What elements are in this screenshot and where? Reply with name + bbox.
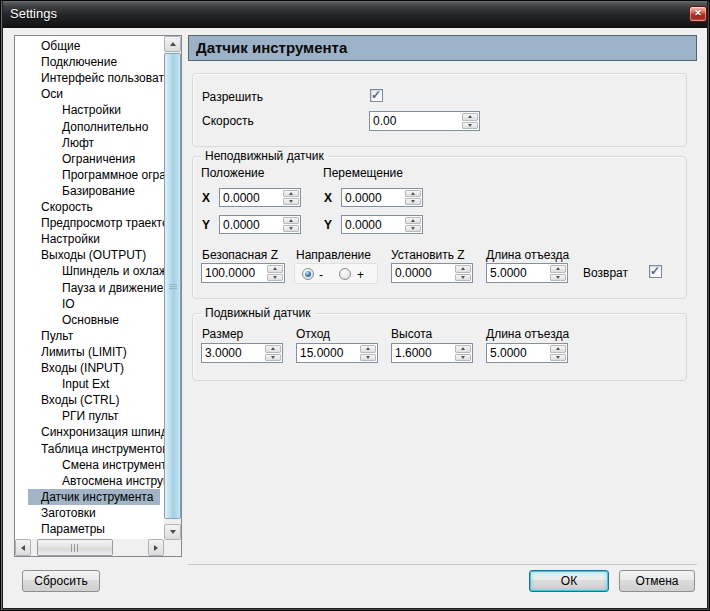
scroll-right-button[interactable] [148,539,164,556]
position-x-label: X [202,191,210,205]
spin-up-button[interactable] [405,190,421,197]
tree-item[interactable]: Датчик инструмента [15,489,164,505]
spin-up-button[interactable] [550,265,566,273]
cancel-button[interactable]: Отмена [619,570,695,592]
tree-item[interactable]: Настройки [15,231,164,247]
close-button[interactable]: ✕ [689,6,707,22]
tree-vertical-scrollbar[interactable] [164,36,181,540]
safe-z-value[interactable]: 100.0000 [202,264,266,282]
direction-minus-radio[interactable] [302,268,314,280]
tree-item[interactable]: Пульт [15,328,164,344]
spin-up-button[interactable] [455,265,471,273]
tree-item[interactable]: Шпиндель и охлажд [15,263,164,279]
size-value[interactable]: 3.0000 [202,344,264,362]
movement-x-value[interactable]: 0.0000 [342,189,404,206]
spin-down-button[interactable] [405,198,421,205]
speed-value[interactable]: 0.00 [370,112,461,130]
movement-y-spinner[interactable]: 0.0000 [341,215,423,234]
size-spinner[interactable]: 3.0000 [201,343,283,363]
position-y-value[interactable]: 0.0000 [220,216,282,233]
tree-item[interactable]: Входы (CTRL) [15,392,164,408]
mobile-retract-spinner[interactable]: 5.0000 [486,343,568,363]
height-value[interactable]: 1.6000 [392,344,454,362]
spin-down-button[interactable] [283,198,299,205]
tree-horizontal-scrollbar[interactable] [15,539,164,556]
spin-down-button[interactable] [455,274,471,282]
tree-item[interactable]: Синхронизация шпинде [15,424,164,440]
tree-item[interactable]: Основные [15,312,164,328]
tree-item[interactable]: РГИ пульт [15,408,164,424]
tree-item[interactable]: Пауза и движение [15,280,164,296]
spin-down-button[interactable] [267,274,283,282]
tree-item[interactable]: Предпросмотр траекто [15,215,164,231]
position-x-value[interactable]: 0.0000 [220,189,282,206]
spin-up-button[interactable] [283,190,299,197]
horizontal-scroll-thumb[interactable] [37,539,113,556]
enable-checkbox[interactable] [370,89,383,102]
set-z-value[interactable]: 0.0000 [392,264,454,282]
spin-down-button[interactable] [283,225,299,232]
safe-z-spinner[interactable]: 100.0000 [201,263,285,283]
spin-up-button[interactable] [267,265,283,273]
spin-up-button[interactable] [462,113,478,121]
tree-item[interactable]: Заготовки [15,505,164,521]
position-x-spinner[interactable]: 0.0000 [219,188,301,207]
spin-down-button[interactable] [550,354,566,362]
tree-item[interactable]: Интерфейс пользовате [15,70,164,86]
titlebar[interactable]: Settings ✕ [0,0,710,28]
direction-plus-radio[interactable] [339,268,351,280]
tree-item[interactable]: Смена инструмента [15,457,164,473]
scroll-up-button[interactable] [164,36,181,52]
tree-item[interactable]: Ограничения [15,151,164,167]
fixed-retract-spinner[interactable]: 5.0000 [486,263,568,283]
tree-item[interactable]: Программное огра [15,167,164,183]
tree-item[interactable]: Настройки [15,102,164,118]
tree-item[interactable]: Подключение [15,54,164,70]
spin-down-button[interactable] [462,122,478,130]
movement-y-value[interactable]: 0.0000 [342,216,404,233]
tree-item[interactable]: Общие [15,38,164,54]
spin-up-button[interactable] [405,217,421,224]
tree-item[interactable]: Лимиты (LIMIT) [15,344,164,360]
spin-up-button[interactable] [283,217,299,224]
spin-up-button[interactable] [360,345,376,353]
spin-down-button[interactable] [550,274,566,282]
tree-item[interactable]: Дополнительно [15,119,164,135]
tree-item[interactable]: Скорость [15,199,164,215]
speed-spinner[interactable]: 0.00 [369,111,480,131]
spin-up-button[interactable] [265,345,281,353]
set-z-spinner[interactable]: 0.0000 [391,263,473,283]
spin-down-button[interactable] [405,225,421,232]
tree-item[interactable]: IO [15,296,164,312]
spin-down-icon [468,124,472,127]
mobile-retract-value[interactable]: 5.0000 [487,344,549,362]
return-checkbox[interactable] [649,265,662,278]
spin-down-button[interactable] [455,354,471,362]
tree-item[interactable]: Входы (INPUT) [15,360,164,376]
tree-item[interactable]: Параметры [15,521,164,537]
spin-up-button[interactable] [455,345,471,353]
scroll-left-button[interactable] [15,539,31,556]
scroll-down-button[interactable] [164,524,181,540]
spin-down-button[interactable] [360,354,376,362]
tree-item[interactable]: Таблица инструментов [15,441,164,457]
tree-item[interactable]: Базирование [15,183,164,199]
height-spinner[interactable]: 1.6000 [391,343,473,363]
tree-item[interactable]: Оси [15,86,164,102]
settings-tree[interactable]: ОбщиеПодключениеИнтерфейс пользоватеОсиН… [14,35,182,557]
ok-button[interactable]: ОК [529,570,609,592]
spin-up-icon [366,347,370,350]
fixed-retract-value[interactable]: 5.0000 [487,264,549,282]
vertical-scroll-thumb[interactable] [164,53,181,519]
position-y-spinner[interactable]: 0.0000 [219,215,301,234]
retreat-value[interactable]: 15.0000 [297,344,359,362]
tree-item[interactable]: Автосмена инструм [15,473,164,489]
movement-x-spinner[interactable]: 0.0000 [341,188,423,207]
tree-item[interactable]: Input Ext [15,376,164,392]
retreat-spinner[interactable]: 15.0000 [296,343,378,363]
spin-up-button[interactable] [550,345,566,353]
spin-down-button[interactable] [265,354,281,362]
reset-button[interactable]: Сбросить [22,570,100,592]
tree-item[interactable]: Выходы (OUTPUT) [15,247,164,263]
tree-item[interactable]: Люфт [15,135,164,151]
